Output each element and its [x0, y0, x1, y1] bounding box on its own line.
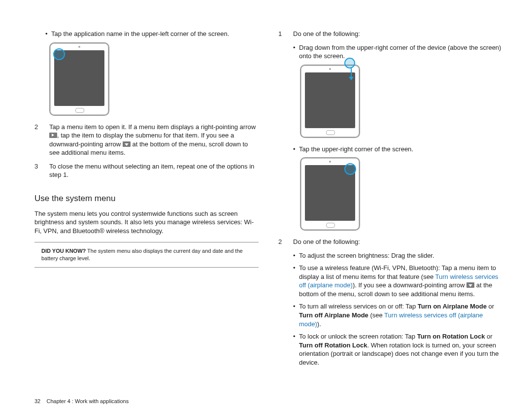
left-column: • Tap the application name in the upper-…	[34, 30, 259, 371]
down-arrow-icon	[466, 282, 474, 288]
touch-indicator-icon	[53, 48, 65, 60]
section-heading: Use the system menu	[34, 193, 259, 205]
bullet-item: • Tap the application name in the upper-…	[45, 30, 259, 38]
touch-indicator-icon	[344, 58, 355, 68]
bullet-text: To lock or unlock the screen rotation: T…	[299, 332, 502, 367]
strong-text: Turn off Airplane Mode	[299, 311, 368, 319]
page-footer: 32 Chapter 4 : Work with applications	[34, 398, 129, 404]
bullet-dot: •	[293, 302, 299, 328]
numbered-step: 3 To close the menu without selecting an…	[34, 162, 259, 179]
right-arrow-icon	[49, 133, 57, 138]
touch-indicator-icon	[344, 163, 356, 175]
numbered-step: 2 Do one of the following:	[278, 238, 502, 246]
right-column: 1 Do one of the following: • Drag down f…	[278, 30, 502, 371]
tablet-illustration-drag-down	[300, 65, 360, 138]
step-number: 2	[278, 238, 293, 246]
down-arrow-icon	[123, 141, 131, 147]
dyk-label: DID YOU KNOW?	[41, 248, 86, 254]
bullet-item: • Tap the upper-right corner of the scre…	[293, 145, 502, 154]
numbered-step: 2 Tap a menu item to open it. If a menu …	[34, 123, 259, 157]
bullet-text: Tap the application name in the upper-le…	[51, 30, 229, 38]
tablet-illustration-top-right-tap	[300, 157, 360, 231]
step-text: Do one of the following:	[293, 30, 360, 38]
chapter-label: Chapter 4 : Work with applications	[46, 398, 129, 404]
strong-text: Turn on Rotation Lock	[417, 333, 485, 340]
step-number: 1	[278, 30, 293, 38]
step-number: 2	[34, 123, 49, 157]
bullet-item: • To lock or unlock the screen rotation:…	[293, 332, 502, 367]
bullet-dot: •	[293, 145, 299, 154]
bullet-text: To turn all wireless services on or off:…	[299, 302, 502, 328]
drag-arrow-icon	[351, 68, 352, 79]
bullet-dot: •	[293, 264, 299, 298]
section-paragraph: The system menu lets you control systemw…	[34, 209, 259, 236]
bullet-dot: •	[293, 251, 299, 260]
step-number: 3	[34, 162, 49, 179]
step-text: To close the menu without selecting an i…	[49, 162, 259, 179]
step-text: Do one of the following:	[293, 238, 360, 246]
bullet-item: • Drag down from the upper-right corner …	[293, 43, 502, 61]
bullet-dot: •	[293, 332, 299, 367]
bullet-dot: •	[45, 30, 51, 38]
bullet-item: • To turn all wireless services on or of…	[293, 302, 502, 328]
bullet-dot: •	[293, 43, 299, 61]
step-text: Tap a menu item to open it. If a menu it…	[49, 123, 259, 157]
strong-text: Turn on Airplane Mode	[418, 303, 487, 310]
bullet-text: To use a wireless feature (Wi-Fi, VPN, B…	[299, 264, 502, 298]
bullet-text: To adjust the screen brightness: Drag th…	[299, 251, 434, 260]
strong-text: Turn off Rotation Lock	[299, 342, 367, 349]
bullet-text: Tap the upper-right corner of the screen…	[299, 145, 413, 154]
tablet-illustration-top-left-tap	[49, 42, 109, 116]
bullet-text: Drag down from the upper-right corner of…	[299, 43, 502, 61]
numbered-step: 1 Do one of the following:	[278, 30, 502, 38]
bullet-item: • To adjust the screen brightness: Drag …	[293, 251, 502, 260]
did-you-know-box: DID YOU KNOW? The system menu also displ…	[34, 242, 259, 268]
bullet-item: • To use a wireless feature (Wi-Fi, VPN,…	[293, 264, 502, 298]
page-number: 32	[34, 398, 40, 404]
